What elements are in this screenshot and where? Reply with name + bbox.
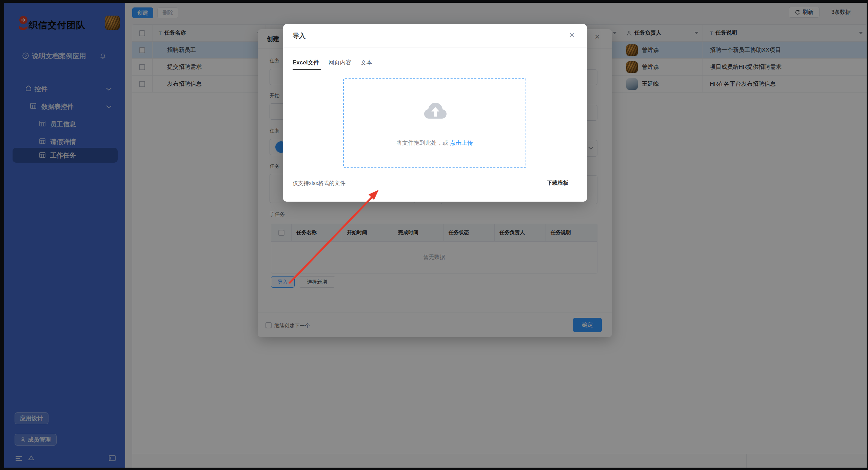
active-tab-underline bbox=[293, 69, 321, 70]
file-dropzone[interactable]: 将文件拖到此处，或 点击上传 bbox=[343, 78, 526, 168]
download-template-link[interactable]: 下载模板 bbox=[547, 180, 569, 187]
import-modal: 导入 × Excel文件 网页内容 文本 将文件拖到此处，或 点击上传 仅支持x… bbox=[283, 24, 587, 202]
close-icon[interactable]: × bbox=[569, 32, 574, 38]
modal-header-divider bbox=[283, 47, 587, 47]
tab-text[interactable]: 文本 bbox=[360, 59, 372, 66]
format-hint: 仅支持xlsx格式的文件 bbox=[293, 180, 346, 187]
dropzone-text: 将文件拖到此处，或 bbox=[396, 140, 448, 146]
tab-baseline bbox=[293, 70, 577, 70]
upload-link[interactable]: 点击上传 bbox=[450, 140, 473, 146]
cloud-upload-icon bbox=[424, 102, 447, 120]
tab-web-content[interactable]: 网页内容 bbox=[328, 59, 351, 66]
import-tabs: Excel文件 网页内容 文本 bbox=[293, 59, 372, 66]
import-modal-title: 导入 bbox=[293, 32, 305, 40]
tab-excel-file[interactable]: Excel文件 bbox=[293, 59, 319, 66]
dropzone-caption: 将文件拖到此处，或 点击上传 bbox=[344, 139, 526, 147]
screenshot-root: 织信交付团队 ? 说明文档案例应用 控件 bbox=[0, 0, 868, 470]
